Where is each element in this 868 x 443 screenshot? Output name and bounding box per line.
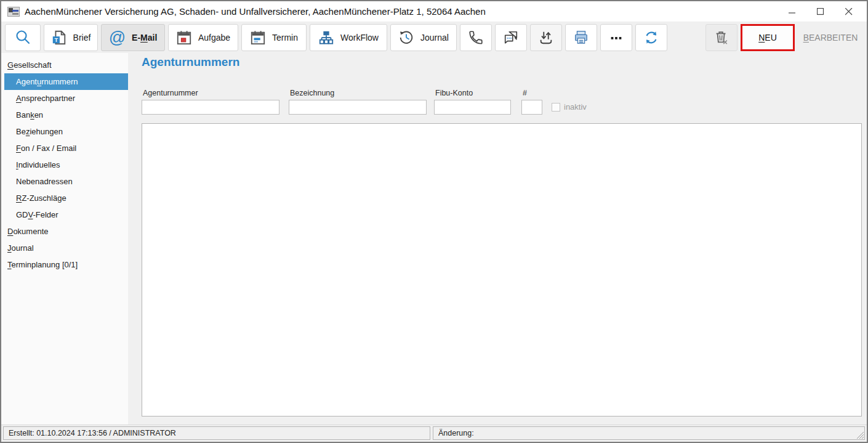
minimize-button[interactable]	[778, 2, 806, 21]
agenturnummer-label: Agenturnummer	[143, 89, 198, 97]
workflow-icon	[318, 30, 334, 46]
nummer-input[interactable]	[521, 100, 542, 115]
sidebar-item-fon-fax-email[interactable]: Fon / Fax / Email	[4, 140, 128, 156]
sidebar-item-beziehungen[interactable]: Beziehungen	[4, 123, 128, 140]
print-icon	[573, 30, 589, 46]
svg-text:T: T	[54, 37, 58, 43]
email-at-icon: @	[109, 30, 126, 46]
bezeichnung-input[interactable]	[289, 100, 427, 115]
sidebar-item-journal[interactable]: Journal	[4, 240, 128, 256]
bearbeiten-label: BEARBEITEN	[803, 33, 858, 43]
phone-icon	[468, 30, 484, 46]
app-icon	[7, 7, 20, 17]
app-window: AachenMünchener Versicherung AG, Schaden…	[0, 0, 868, 443]
import-export-icon	[538, 30, 554, 46]
resize-grip[interactable]	[856, 431, 864, 439]
brief-button[interactable]: T Brief	[44, 24, 98, 51]
sidebar-item-gdv-felder[interactable]: GDV-Felder	[4, 206, 128, 223]
toolbar: T Brief @ E-Mail Aufgabe	[1, 22, 867, 53]
sidebar-item-individuelles[interactable]: Individuelles	[4, 156, 128, 173]
journal-button[interactable]: Journal	[390, 24, 457, 51]
aufgabe-label: Aufgabe	[198, 33, 230, 43]
search-icon	[14, 29, 31, 46]
main-content: Agenturnummern Agenturnummer Bezeichnung…	[128, 53, 867, 425]
fibu-konto-input[interactable]	[434, 100, 511, 115]
window-title: AachenMünchener Versicherung AG, Schaden…	[25, 6, 486, 17]
import-export-button[interactable]	[530, 24, 562, 51]
inaktiv-label: inaktiv	[564, 102, 587, 112]
page-title: Agenturnummern	[142, 55, 239, 69]
neu-label: NEU	[758, 33, 777, 43]
bezeichnung-label: Bezeichnung	[290, 89, 334, 97]
more-options-button[interactable]	[600, 24, 632, 51]
nummer-label: #	[523, 89, 527, 97]
maximize-button[interactable]	[806, 2, 835, 21]
phone-button[interactable]	[460, 24, 492, 51]
letter-document-icon: T	[51, 30, 67, 46]
chat-icon	[503, 30, 519, 46]
print-button[interactable]	[565, 24, 597, 51]
status-change: Änderung:	[433, 426, 865, 440]
chat-button[interactable]	[495, 24, 527, 51]
sidebar-item-agenturnummern[interactable]: Agenturnummern	[4, 73, 128, 90]
delete-trash-icon	[713, 30, 729, 46]
termin-label: Termin	[272, 33, 298, 43]
termin-button[interactable]: Termin	[241, 24, 307, 51]
sidebar-item-gesellschaft[interactable]: Gesellschaft	[4, 57, 128, 73]
sidebar-item-nebenadressen[interactable]: Nebenadressen	[4, 173, 128, 190]
brief-label: Brief	[73, 33, 91, 43]
sidebar-item-banken[interactable]: Banken	[4, 107, 128, 123]
title-bar: AachenMünchener Versicherung AG, Schaden…	[1, 1, 867, 22]
minimize-icon	[789, 8, 796, 15]
sidebar-item-rz-zuschlaege[interactable]: RZ-Zuschläge	[4, 190, 128, 206]
sidebar: Gesellschaft Agenturnummern Ansprechpart…	[1, 53, 128, 425]
workflow-button[interactable]: WorkFlow	[310, 24, 387, 51]
journal-history-icon	[398, 30, 414, 46]
delete-button[interactable]	[705, 24, 737, 51]
agenturnummern-list-panel[interactable]	[142, 123, 862, 417]
fibu-konto-label: Fibu-Konto	[435, 89, 473, 97]
sidebar-item-dokumente[interactable]: Dokumente	[4, 223, 128, 240]
more-options-icon	[608, 30, 624, 46]
refresh-button[interactable]	[635, 24, 667, 51]
task-calendar-icon	[176, 30, 192, 46]
close-button[interactable]	[835, 2, 863, 21]
bearbeiten-button[interactable]: BEARBEITEN	[798, 24, 863, 51]
neu-button[interactable]: NEU	[741, 24, 795, 51]
agenturnummer-input[interactable]	[142, 100, 279, 115]
email-label: E-Mail	[132, 33, 157, 43]
status-bar: Erstellt: 01.10.2024 17:13:56 / ADMINIST…	[1, 425, 867, 442]
inaktiv-checkbox[interactable]	[552, 103, 560, 112]
sidebar-item-terminplanung[interactable]: Terminplanung [0/1]	[4, 256, 128, 273]
status-created: Erstellt: 01.10.2024 17:13:56 / ADMINIST…	[3, 426, 430, 440]
appointment-calendar-icon	[250, 30, 266, 46]
refresh-icon	[643, 30, 659, 46]
aufgabe-button[interactable]: Aufgabe	[168, 24, 238, 51]
journal-label: Journal	[420, 33, 449, 43]
search-button[interactable]	[5, 24, 41, 51]
email-button[interactable]: @ E-Mail	[101, 24, 165, 51]
maximize-icon	[817, 8, 824, 15]
workflow-label: WorkFlow	[340, 33, 379, 43]
close-icon	[845, 8, 853, 15]
sidebar-item-ansprechpartner[interactable]: Ansprechpartner	[4, 90, 128, 107]
